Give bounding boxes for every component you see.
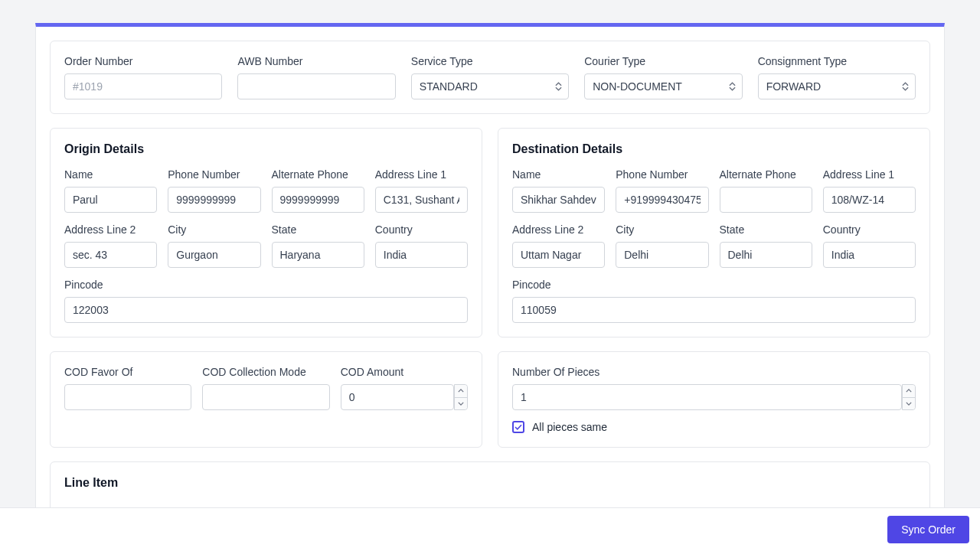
cod-favor-label: COD Favor Of: [64, 366, 191, 378]
origin-city-label: City: [168, 223, 260, 236]
pieces-num-input[interactable]: [512, 384, 902, 410]
destination-details-card: Destination Details Name Phone Number Al…: [498, 128, 930, 337]
check-icon: [514, 424, 522, 430]
origin-pincode-label: Pincode: [64, 279, 468, 291]
select-arrows-icon: [902, 82, 909, 91]
dest-name-label: Name: [512, 168, 605, 181]
courier-type-label: Courier Type: [584, 55, 742, 67]
dest-addr2-input[interactable]: [512, 242, 605, 268]
courier-type-value: NON-DOCUMENT: [593, 80, 682, 93]
order-number-label: Order Number: [64, 55, 222, 67]
cod-favor-input[interactable]: [64, 384, 191, 410]
cod-amount-input[interactable]: [341, 384, 454, 410]
dest-altphone-input[interactable]: [720, 187, 812, 213]
origin-addr2-label: Address Line 2: [64, 223, 157, 236]
awb-number-input[interactable]: [237, 73, 395, 99]
order-header-card: Order Number AWB Number Service Type STA…: [50, 41, 930, 114]
service-type-select[interactable]: STANDARD: [411, 73, 569, 99]
consignment-type-select[interactable]: FORWARD: [758, 73, 916, 99]
dest-phone-label: Phone Number: [616, 168, 708, 181]
dest-state-input[interactable]: [720, 242, 812, 268]
select-arrows-icon: [729, 82, 736, 91]
dest-pincode-label: Pincode: [512, 279, 916, 291]
service-type-label: Service Type: [411, 55, 569, 67]
origin-details-card: Origin Details Name Phone Number Alterna…: [50, 128, 482, 337]
dest-name-input[interactable]: [512, 187, 605, 213]
dest-altphone-label: Alternate Phone: [720, 168, 812, 181]
origin-country-label: Country: [375, 223, 468, 236]
origin-addr2-input[interactable]: [64, 242, 157, 268]
origin-state-label: State: [272, 223, 364, 236]
origin-state-input[interactable]: [272, 242, 364, 268]
cod-amount-label: COD Amount: [341, 366, 468, 378]
dest-city-label: City: [616, 223, 708, 236]
destination-title: Destination Details: [512, 142, 916, 156]
line-item-title: Line Item: [64, 476, 916, 490]
service-type-value: STANDARD: [420, 80, 478, 93]
origin-phone-label: Phone Number: [168, 168, 260, 181]
footer-bar: Sync Order: [0, 507, 980, 551]
pieces-num-label: Number Of Pieces: [512, 366, 916, 378]
origin-title: Origin Details: [64, 142, 468, 156]
pieces-card: Number Of Pieces All pieces same: [498, 351, 930, 448]
pieces-step-up[interactable]: [903, 385, 915, 398]
consignment-type-value: FORWARD: [766, 80, 822, 93]
origin-addr1-label: Address Line 1: [375, 168, 468, 181]
consignment-type-label: Consignment Type: [758, 55, 916, 67]
select-arrows-icon: [555, 82, 562, 91]
cod-mode-label: COD Collection Mode: [202, 366, 329, 378]
dest-country-input[interactable]: [823, 242, 916, 268]
origin-name-input[interactable]: [64, 187, 157, 213]
dest-addr1-input[interactable]: [823, 187, 916, 213]
origin-altphone-label: Alternate Phone: [272, 168, 364, 181]
origin-country-input[interactable]: [375, 242, 468, 268]
sync-order-button[interactable]: Sync Order: [887, 516, 969, 543]
origin-phone-input[interactable]: [168, 187, 260, 213]
pieces-step-down[interactable]: [903, 398, 915, 410]
dest-country-label: Country: [823, 223, 916, 236]
dest-pincode-input[interactable]: [512, 297, 916, 323]
dest-phone-input[interactable]: [616, 187, 708, 213]
origin-pincode-input[interactable]: [64, 297, 468, 323]
origin-city-input[interactable]: [168, 242, 260, 268]
dest-state-label: State: [720, 223, 812, 236]
origin-altphone-input[interactable]: [272, 187, 364, 213]
origin-name-label: Name: [64, 168, 157, 181]
cod-amount-step-down[interactable]: [455, 398, 467, 410]
awb-number-label: AWB Number: [237, 55, 395, 67]
origin-addr1-input[interactable]: [375, 187, 468, 213]
courier-type-select[interactable]: NON-DOCUMENT: [584, 73, 742, 99]
order-number-input[interactable]: [64, 73, 222, 99]
dest-city-input[interactable]: [616, 242, 708, 268]
dest-addr1-label: Address Line 1: [823, 168, 916, 181]
all-pieces-same-label: All pieces same: [532, 421, 607, 433]
cod-mode-input[interactable]: [202, 384, 329, 410]
dest-addr2-label: Address Line 2: [512, 223, 605, 236]
cod-amount-step-up[interactable]: [455, 385, 467, 398]
all-pieces-same-checkbox[interactable]: [512, 421, 524, 433]
cod-card: COD Favor Of COD Collection Mode COD Amo…: [50, 351, 482, 448]
